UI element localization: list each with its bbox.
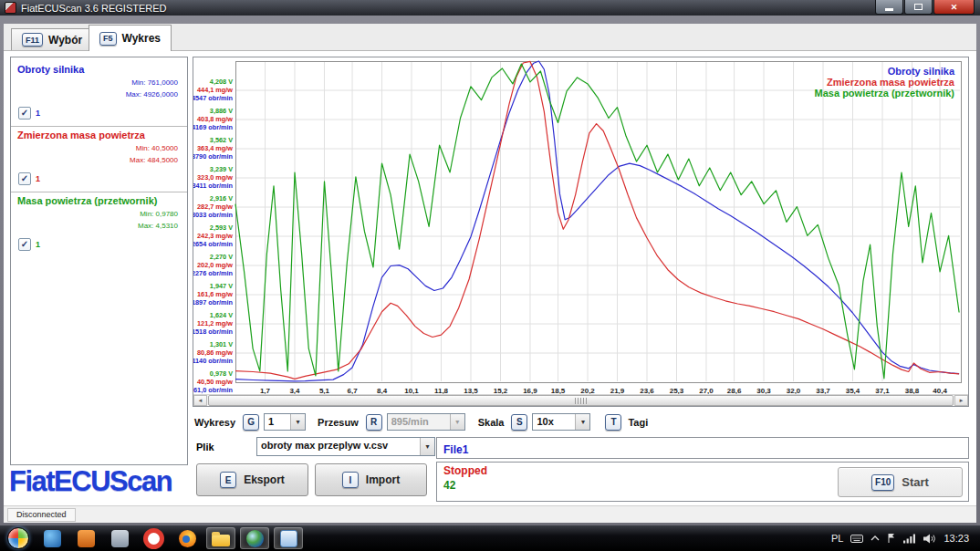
start-button[interactable]: F10 Start — [838, 467, 963, 497]
tagi-label: Tagi — [628, 417, 648, 428]
signal-checkbox-label: 1 — [36, 240, 40, 249]
x-tick-label: 18,5 — [551, 387, 566, 394]
przesuw-select-value: 895/min — [388, 414, 450, 430]
language-indicator[interactable]: PL — [831, 533, 843, 544]
y-tick-label-v: 4,208 V — [210, 78, 233, 86]
keyboard-icon[interactable] — [850, 533, 863, 544]
g-key-badge: G — [243, 414, 259, 431]
x-tick-label: 38,8 — [905, 387, 920, 394]
gray-app-icon[interactable] — [105, 527, 134, 549]
scroll-thumb[interactable] — [208, 395, 954, 406]
y-tick-label-rpm: 1518 obr/min — [193, 327, 233, 336]
y-tick-label-mg: 363,4 mg/w — [197, 144, 233, 152]
y-tick-label-v: 1,947 V — [210, 282, 233, 290]
wykresy-label: Wykresy — [194, 417, 235, 428]
import-button[interactable]: I Import — [315, 463, 427, 496]
tab-wybor[interactable]: F11 Wybór — [11, 28, 93, 50]
y-tick-label-rpm: 761,0 obr/min — [193, 386, 233, 394]
s-key-badge: S — [511, 414, 527, 431]
y-tick-label-rpm: 3411 obr/min — [193, 182, 233, 190]
start-menu-button[interactable] — [7, 527, 29, 549]
f10-key-badge: F10 — [871, 474, 894, 491]
app-icon — [5, 2, 16, 14]
file-row: Plik obroty max przeplyw v.csv ▾ — [196, 437, 435, 456]
maximize-button[interactable] — [904, 0, 933, 15]
x-tick-label: 6,7 — [347, 387, 358, 394]
y-tick-label-rpm: 4547 obr/min — [193, 94, 233, 102]
x-tick-label: 3,4 — [289, 387, 300, 394]
show-hidden-icons-icon[interactable] — [871, 535, 880, 542]
minimize-button[interactable] — [875, 0, 903, 15]
x-tick-label: 40,4 — [933, 387, 947, 394]
przesuw-select: 895/min ▾ — [387, 413, 465, 431]
signal-checkbox-label: 1 — [36, 109, 40, 118]
taskbar: PL 13:23 — [0, 525, 980, 551]
browser-globe-icon[interactable] — [240, 527, 269, 549]
volume-icon[interactable] — [923, 534, 936, 544]
y-tick-label-mg: 161,6 mg/w — [197, 290, 233, 298]
orange-app-icon[interactable] — [71, 527, 100, 549]
signal-checkbox[interactable]: ✓ — [18, 107, 31, 120]
client-area: F11 Wybór F5 Wykres Obroty silnika Min: … — [4, 24, 976, 505]
signal-max: Max: 4926,0000 — [17, 90, 181, 99]
firefox-icon[interactable] — [172, 527, 202, 549]
file-name: File1 — [443, 443, 468, 456]
skala-select[interactable]: 10x ▾ — [532, 413, 590, 431]
signal-max: Max: 484,5000 — [17, 156, 181, 164]
blue-app-icon[interactable] — [37, 527, 67, 549]
scroll-left-button[interactable]: ◄ — [193, 395, 207, 406]
fiatecuscan-taskbar-icon[interactable] — [274, 527, 303, 549]
clock[interactable]: 13:23 — [944, 533, 969, 544]
signal-checkbox[interactable]: ✓ — [18, 238, 31, 251]
y-tick-label-rpm: 1140 obr/min — [193, 357, 233, 365]
wykres-tabpage: Obroty silnika Min: 761,0000 Max: 4926,0… — [4, 51, 976, 505]
explorer-folder-icon[interactable] — [206, 527, 235, 549]
legend-item: Zmierzona masa powietrza — [827, 77, 955, 88]
signal-max: Max: 4,5310 — [17, 222, 181, 230]
y-tick-label-v: 1,624 V — [210, 311, 233, 319]
eksport-button[interactable]: E Eksport — [196, 463, 308, 496]
action-center-flag-icon[interactable] — [887, 533, 896, 544]
wykresy-select[interactable]: 1 ▾ — [264, 413, 306, 431]
chart[interactable]: 1,73,45,16,78,410,111,813,515,216,918,52… — [193, 57, 968, 394]
x-tick-label: 10,1 — [404, 387, 419, 394]
i-key-badge: I — [342, 472, 359, 488]
titlebar: FiatECUScan 3.6 REGISTERED ✕ — [0, 0, 980, 16]
x-tick-label: 20,2 — [580, 387, 595, 394]
y-tick-label-rpm: 3790 obr/min — [193, 152, 233, 161]
dropdown-arrow-icon: ▾ — [420, 438, 434, 455]
signal-checkbox[interactable]: ✓ — [18, 172, 31, 185]
f5-key-badge: F5 — [99, 32, 117, 46]
y-tick-label-mg: 444,1 mg/w — [197, 86, 233, 94]
opera-icon[interactable] — [139, 527, 168, 549]
chart-hscrollbar[interactable]: ◄ ► — [193, 394, 968, 406]
signal-section-masa: Zmierzona masa powietrza Min: 40,5000 Ma… — [17, 130, 181, 185]
skala-label: Skala — [478, 417, 505, 428]
y-tick-label-v: 2,270 V — [210, 253, 233, 261]
file-select[interactable]: obroty max przeplyw v.csv ▾ — [256, 437, 435, 456]
signal-min: Min: 761,0000 — [17, 78, 181, 87]
x-tick-label: 21,9 — [610, 387, 625, 394]
y-tick-label-rpm: 1897 obr/min — [193, 298, 233, 307]
y-tick-label-mg: 403,8 mg/w — [197, 115, 233, 123]
y-tick-label-rpm: 3033 obr/min — [193, 211, 233, 219]
e-key-badge: E — [220, 472, 236, 488]
app-logo: FiatECUScan — [9, 465, 172, 498]
close-button[interactable]: ✕ — [933, 0, 975, 15]
eksport-button-label: Eksport — [244, 473, 285, 486]
signal-section-przetwornik: Masa powietrza (przetwornik) Min: 0,9780… — [17, 195, 181, 251]
network-icon[interactable] — [903, 534, 916, 544]
tab-wykres[interactable]: F5 Wykres — [89, 25, 172, 51]
y-tick-label-mg: 121,2 mg/w — [197, 319, 233, 327]
minimize-icon — [885, 8, 893, 11]
scroll-right-button[interactable]: ► — [954, 395, 968, 406]
signal-title: Zmierzona masa powietrza — [17, 130, 181, 140]
x-tick-label: 28,6 — [727, 387, 742, 394]
x-tick-label: 16,9 — [523, 387, 537, 394]
y-tick-label-mg: 202,0 mg/w — [197, 261, 233, 269]
check-icon: ✓ — [21, 240, 28, 249]
f11-key-badge: F11 — [22, 33, 43, 47]
legend-item: Masa powietrza (przetwornik) — [815, 88, 955, 99]
legend-item: Obroty silnika — [888, 66, 955, 77]
dropdown-arrow-icon: ▾ — [575, 414, 589, 430]
